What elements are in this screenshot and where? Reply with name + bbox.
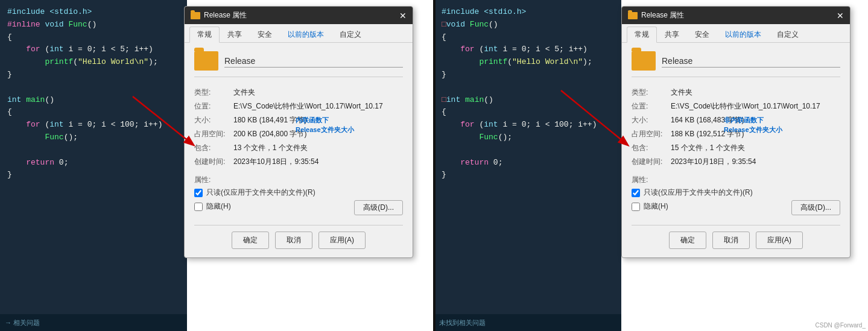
info-row-contains: 包含: 13 个文件，1 个文件夹	[194, 141, 403, 155]
left-dialog-title-area: Release 属性	[191, 10, 247, 20]
right-attr-label: 属性:	[632, 175, 840, 185]
value-location-r: E:\VS_Code\比特作业\Wort_10.17\Wort_10.17	[671, 99, 840, 113]
code-line: for (int i = 0; i < 5; i++)	[442, 43, 614, 56]
right-bottom-bar: 未找到相关问题	[434, 314, 621, 331]
right-confirm-button[interactable]: 确定	[669, 232, 706, 249]
right-hidden-row: 隐藏(H)	[632, 201, 668, 212]
code-line: printf("Hello World\n");	[7, 56, 180, 69]
label-used-r: 占用空间:	[632, 127, 671, 141]
right-hidden-label: 隐藏(H)	[644, 201, 668, 212]
left-confirm-button[interactable]: 确定	[232, 232, 269, 249]
tab-security-right[interactable]: 安全	[687, 27, 717, 42]
code-line: for (int i = 0; i < 100; i++)	[7, 119, 180, 131]
code-line: for (int i = 0; i < 5; i++)	[7, 43, 180, 56]
tab-general-left[interactable]: 常规	[189, 27, 220, 43]
right-bottom-text: 未找到相关问题	[439, 318, 486, 327]
value-contains-r: 15 个文件，1 个文件夹	[671, 141, 840, 155]
right-dialog-titlebar: Release 属性 ✕	[622, 7, 850, 24]
left-cancel-button[interactable]: 取消	[275, 232, 312, 249]
code-line: printf("Hello World\n");	[442, 56, 614, 69]
left-readonly-label: 只读(仅应用于文件夹中的文件)(R)	[206, 188, 315, 198]
right-code-editor: #include <stdio.h> □void Func() { for (i…	[434, 0, 621, 331]
code-line: }	[7, 169, 180, 181]
code-line: #include <stdio.h>	[7, 6, 180, 19]
tab-share-left[interactable]: 共享	[220, 27, 250, 42]
code-line	[7, 144, 180, 157]
info-row-created: 创建时间: 2023年10月18日，9:35:54	[194, 155, 403, 169]
tab-share-right[interactable]: 共享	[657, 27, 687, 42]
code-line: }	[7, 69, 180, 81]
code-line: {	[442, 106, 614, 119]
code-line: {	[442, 31, 614, 44]
left-attr-label: 属性:	[194, 175, 403, 185]
left-annotation-folder: Release文件夹大小	[296, 125, 354, 134]
tab-general-right[interactable]: 常规	[627, 27, 657, 43]
right-button-row: 确定 取消 应用(A)	[632, 225, 840, 249]
value-location: E:\VS_Code\比特作业\Wort_10.17\Wort_10.17	[233, 99, 403, 113]
left-folder-name-input[interactable]	[224, 55, 403, 68]
code-line	[442, 81, 614, 94]
code-line: □int main()	[442, 94, 614, 107]
code-line: Func();	[442, 131, 614, 144]
code-line: return 0;	[7, 157, 180, 169]
right-hidden-checkbox[interactable]	[632, 203, 640, 211]
info-row-contains-r: 包含: 15 个文件，1 个文件夹	[632, 141, 840, 155]
info-row-type: 类型: 文件夹	[194, 86, 403, 99]
left-folder-icon-large	[194, 51, 218, 71]
left-dialog-tabs: 常规 共享 安全 以前的版本 自定义	[185, 24, 413, 43]
code-line: {	[7, 31, 180, 44]
code-line: #inline void Func()	[7, 19, 180, 31]
left-folder-display	[194, 51, 403, 77]
code-line: int main()	[7, 94, 180, 107]
left-advanced-button[interactable]: 高级(D)...	[354, 200, 403, 215]
left-hidden-label: 隐藏(H)	[206, 201, 231, 212]
label-location: 位置:	[194, 99, 233, 113]
tab-custom-right[interactable]: 自定义	[769, 27, 806, 42]
tab-previous-left[interactable]: 以前的版本	[280, 27, 332, 42]
tab-custom-left[interactable]: 自定义	[332, 27, 369, 42]
left-dialog-body: 类型: 文件夹 位置: E:\VS_Code\比特作业\Wort_10.17\W…	[185, 43, 413, 257]
info-row-location: 位置: E:\VS_Code\比特作业\Wort_10.17\Wort_10.1…	[194, 99, 403, 113]
label-used: 占用空间:	[194, 127, 233, 141]
label-contains: 包含:	[194, 141, 233, 155]
tab-security-left[interactable]: 安全	[250, 27, 280, 42]
right-readonly-checkbox[interactable]	[632, 189, 640, 197]
right-dialog-body: 类型: 文件夹 位置: E:\VS_Code\比特作业\Wort_10.17\W…	[622, 43, 850, 257]
right-annotation-inline: 非内联函数下	[724, 116, 764, 125]
code-line: #include <stdio.h>	[442, 6, 614, 19]
left-apply-button[interactable]: 应用(A)	[318, 232, 366, 249]
left-code-editor: #include <stdio.h> #inline void Func() {…	[0, 0, 187, 331]
code-line: }	[442, 69, 614, 81]
right-apply-button[interactable]: 应用(A)	[756, 232, 803, 249]
right-cancel-button[interactable]: 取消	[712, 232, 750, 249]
label-created: 创建时间:	[194, 155, 233, 169]
right-dialog-close-button[interactable]: ✕	[837, 11, 844, 20]
code-line: for (int i = 0; i < 100; i++)	[442, 119, 614, 131]
code-line	[7, 81, 180, 94]
right-annotation-folder: Release文件夹大小	[724, 125, 782, 134]
tab-previous-right[interactable]: 以前的版本	[717, 27, 769, 42]
right-folder-name-input[interactable]	[662, 55, 840, 68]
left-hidden-checkbox[interactable]	[194, 203, 203, 211]
left-readonly-checkbox[interactable]	[194, 189, 203, 197]
value-created-r: 2023年10月18日，9:35:54	[671, 155, 840, 169]
code-line: }	[442, 169, 614, 181]
right-readonly-row: 只读(仅应用于文件夹中的文件)(R)	[632, 188, 840, 198]
label-size: 大小:	[194, 113, 233, 127]
label-contains-r: 包含:	[632, 141, 671, 155]
left-dialog-titlebar: Release 属性 ✕	[185, 7, 413, 24]
label-type-r: 类型:	[632, 86, 671, 99]
value-created: 2023年10月18日，9:35:54	[233, 155, 403, 169]
info-row-location-r: 位置: E:\VS_Code\比特作业\Wort_10.17\Wort_10.1…	[632, 99, 840, 113]
code-line: {	[7, 106, 180, 119]
right-readonly-label: 只读(仅应用于文件夹中的文件)(R)	[644, 188, 753, 198]
right-advanced-button[interactable]: 高级(D)...	[791, 200, 840, 215]
code-line	[442, 144, 614, 157]
right-folder-icon-large	[632, 51, 656, 71]
left-code-content: #include <stdio.h> #inline void Func() {…	[0, 0, 187, 188]
value-contains: 13 个文件，1 个文件夹	[233, 141, 403, 155]
code-line: Func();	[7, 131, 180, 144]
left-bottom-text: → 相关问题	[5, 318, 40, 327]
code-line: □void Func()	[442, 19, 614, 31]
left-dialog-close-button[interactable]: ✕	[399, 11, 407, 20]
